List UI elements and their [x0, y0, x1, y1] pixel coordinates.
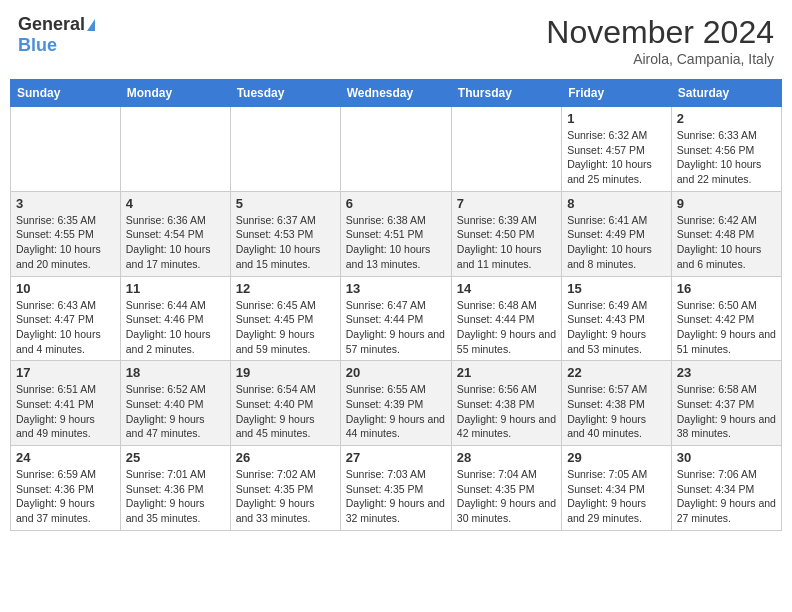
cell-content: 13Sunrise: 6:47 AM Sunset: 4:44 PM Dayli… [346, 281, 446, 357]
location-text: Airola, Campania, Italy [546, 51, 774, 67]
day-number: 9 [677, 196, 776, 211]
logo: General Blue [18, 14, 95, 56]
day-number: 6 [346, 196, 446, 211]
day-info: Sunrise: 6:33 AM Sunset: 4:56 PM Dayligh… [677, 128, 776, 187]
day-number: 8 [567, 196, 666, 211]
day-number: 23 [677, 365, 776, 380]
cell-content: 23Sunrise: 6:58 AM Sunset: 4:37 PM Dayli… [677, 365, 776, 441]
cell-content: 6Sunrise: 6:38 AM Sunset: 4:51 PM Daylig… [346, 196, 446, 272]
cell-content: 26Sunrise: 7:02 AM Sunset: 4:35 PM Dayli… [236, 450, 335, 526]
cell-content: 5Sunrise: 6:37 AM Sunset: 4:53 PM Daylig… [236, 196, 335, 272]
cell-content: 1Sunrise: 6:32 AM Sunset: 4:57 PM Daylig… [567, 111, 666, 187]
day-info: Sunrise: 6:35 AM Sunset: 4:55 PM Dayligh… [16, 213, 115, 272]
day-info: Sunrise: 6:55 AM Sunset: 4:39 PM Dayligh… [346, 382, 446, 441]
calendar-cell: 24Sunrise: 6:59 AM Sunset: 4:36 PM Dayli… [11, 446, 121, 531]
day-number: 10 [16, 281, 115, 296]
cell-content: 7Sunrise: 6:39 AM Sunset: 4:50 PM Daylig… [457, 196, 556, 272]
calendar-cell: 21Sunrise: 6:56 AM Sunset: 4:38 PM Dayli… [451, 361, 561, 446]
day-number: 3 [16, 196, 115, 211]
day-info: Sunrise: 6:52 AM Sunset: 4:40 PM Dayligh… [126, 382, 225, 441]
calendar-cell: 30Sunrise: 7:06 AM Sunset: 4:34 PM Dayli… [671, 446, 781, 531]
calendar-cell: 11Sunrise: 6:44 AM Sunset: 4:46 PM Dayli… [120, 276, 230, 361]
cell-content: 28Sunrise: 7:04 AM Sunset: 4:35 PM Dayli… [457, 450, 556, 526]
day-info: Sunrise: 6:42 AM Sunset: 4:48 PM Dayligh… [677, 213, 776, 272]
title-area: November 2024 Airola, Campania, Italy [546, 14, 774, 67]
cell-content: 9Sunrise: 6:42 AM Sunset: 4:48 PM Daylig… [677, 196, 776, 272]
cell-content: 11Sunrise: 6:44 AM Sunset: 4:46 PM Dayli… [126, 281, 225, 357]
cell-content: 27Sunrise: 7:03 AM Sunset: 4:35 PM Dayli… [346, 450, 446, 526]
calendar-cell: 15Sunrise: 6:49 AM Sunset: 4:43 PM Dayli… [562, 276, 672, 361]
day-info: Sunrise: 6:43 AM Sunset: 4:47 PM Dayligh… [16, 298, 115, 357]
logo-icon [87, 19, 95, 31]
calendar-table: SundayMondayTuesdayWednesdayThursdayFrid… [10, 79, 782, 531]
cell-content: 29Sunrise: 7:05 AM Sunset: 4:34 PM Dayli… [567, 450, 666, 526]
weekday-header-cell: Wednesday [340, 80, 451, 107]
day-info: Sunrise: 6:37 AM Sunset: 4:53 PM Dayligh… [236, 213, 335, 272]
day-info: Sunrise: 6:50 AM Sunset: 4:42 PM Dayligh… [677, 298, 776, 357]
day-number: 4 [126, 196, 225, 211]
day-info: Sunrise: 6:54 AM Sunset: 4:40 PM Dayligh… [236, 382, 335, 441]
calendar-cell: 22Sunrise: 6:57 AM Sunset: 4:38 PM Dayli… [562, 361, 672, 446]
calendar-cell: 25Sunrise: 7:01 AM Sunset: 4:36 PM Dayli… [120, 446, 230, 531]
day-info: Sunrise: 6:39 AM Sunset: 4:50 PM Dayligh… [457, 213, 556, 272]
cell-content: 17Sunrise: 6:51 AM Sunset: 4:41 PM Dayli… [16, 365, 115, 441]
calendar-cell: 2Sunrise: 6:33 AM Sunset: 4:56 PM Daylig… [671, 107, 781, 192]
day-number: 24 [16, 450, 115, 465]
day-info: Sunrise: 6:57 AM Sunset: 4:38 PM Dayligh… [567, 382, 666, 441]
day-number: 14 [457, 281, 556, 296]
cell-content: 24Sunrise: 6:59 AM Sunset: 4:36 PM Dayli… [16, 450, 115, 526]
cell-content: 25Sunrise: 7:01 AM Sunset: 4:36 PM Dayli… [126, 450, 225, 526]
weekday-header-row: SundayMondayTuesdayWednesdayThursdayFrid… [11, 80, 782, 107]
calendar-cell: 16Sunrise: 6:50 AM Sunset: 4:42 PM Dayli… [671, 276, 781, 361]
day-number: 21 [457, 365, 556, 380]
calendar-cell: 29Sunrise: 7:05 AM Sunset: 4:34 PM Dayli… [562, 446, 672, 531]
day-number: 29 [567, 450, 666, 465]
weekday-header-cell: Sunday [11, 80, 121, 107]
day-info: Sunrise: 6:51 AM Sunset: 4:41 PM Dayligh… [16, 382, 115, 441]
cell-content: 12Sunrise: 6:45 AM Sunset: 4:45 PM Dayli… [236, 281, 335, 357]
day-number: 2 [677, 111, 776, 126]
cell-content: 21Sunrise: 6:56 AM Sunset: 4:38 PM Dayli… [457, 365, 556, 441]
day-number: 19 [236, 365, 335, 380]
cell-content: 4Sunrise: 6:36 AM Sunset: 4:54 PM Daylig… [126, 196, 225, 272]
weekday-header-cell: Friday [562, 80, 672, 107]
calendar-cell: 8Sunrise: 6:41 AM Sunset: 4:49 PM Daylig… [562, 191, 672, 276]
calendar-cell: 3Sunrise: 6:35 AM Sunset: 4:55 PM Daylig… [11, 191, 121, 276]
logo-general-text: General [18, 14, 85, 35]
calendar-cell: 12Sunrise: 6:45 AM Sunset: 4:45 PM Dayli… [230, 276, 340, 361]
calendar-week-row: 3Sunrise: 6:35 AM Sunset: 4:55 PM Daylig… [11, 191, 782, 276]
day-info: Sunrise: 7:01 AM Sunset: 4:36 PM Dayligh… [126, 467, 225, 526]
day-number: 22 [567, 365, 666, 380]
calendar-cell: 18Sunrise: 6:52 AM Sunset: 4:40 PM Dayli… [120, 361, 230, 446]
logo-blue-text: Blue [18, 35, 57, 56]
day-number: 25 [126, 450, 225, 465]
day-number: 1 [567, 111, 666, 126]
day-info: Sunrise: 7:05 AM Sunset: 4:34 PM Dayligh… [567, 467, 666, 526]
day-number: 26 [236, 450, 335, 465]
day-info: Sunrise: 6:56 AM Sunset: 4:38 PM Dayligh… [457, 382, 556, 441]
cell-content: 8Sunrise: 6:41 AM Sunset: 4:49 PM Daylig… [567, 196, 666, 272]
day-number: 20 [346, 365, 446, 380]
calendar-cell: 9Sunrise: 6:42 AM Sunset: 4:48 PM Daylig… [671, 191, 781, 276]
day-number: 16 [677, 281, 776, 296]
day-number: 27 [346, 450, 446, 465]
calendar-body: 1Sunrise: 6:32 AM Sunset: 4:57 PM Daylig… [11, 107, 782, 531]
calendar-cell: 5Sunrise: 6:37 AM Sunset: 4:53 PM Daylig… [230, 191, 340, 276]
day-number: 11 [126, 281, 225, 296]
cell-content: 2Sunrise: 6:33 AM Sunset: 4:56 PM Daylig… [677, 111, 776, 187]
cell-content: 3Sunrise: 6:35 AM Sunset: 4:55 PM Daylig… [16, 196, 115, 272]
day-info: Sunrise: 6:38 AM Sunset: 4:51 PM Dayligh… [346, 213, 446, 272]
weekday-header-cell: Monday [120, 80, 230, 107]
calendar-cell: 4Sunrise: 6:36 AM Sunset: 4:54 PM Daylig… [120, 191, 230, 276]
cell-content: 10Sunrise: 6:43 AM Sunset: 4:47 PM Dayli… [16, 281, 115, 357]
cell-content: 14Sunrise: 6:48 AM Sunset: 4:44 PM Dayli… [457, 281, 556, 357]
weekday-header-cell: Thursday [451, 80, 561, 107]
calendar-cell: 19Sunrise: 6:54 AM Sunset: 4:40 PM Dayli… [230, 361, 340, 446]
day-info: Sunrise: 7:06 AM Sunset: 4:34 PM Dayligh… [677, 467, 776, 526]
calendar-cell [120, 107, 230, 192]
calendar-cell: 10Sunrise: 6:43 AM Sunset: 4:47 PM Dayli… [11, 276, 121, 361]
day-info: Sunrise: 7:04 AM Sunset: 4:35 PM Dayligh… [457, 467, 556, 526]
calendar-week-row: 1Sunrise: 6:32 AM Sunset: 4:57 PM Daylig… [11, 107, 782, 192]
day-number: 5 [236, 196, 335, 211]
day-info: Sunrise: 6:47 AM Sunset: 4:44 PM Dayligh… [346, 298, 446, 357]
